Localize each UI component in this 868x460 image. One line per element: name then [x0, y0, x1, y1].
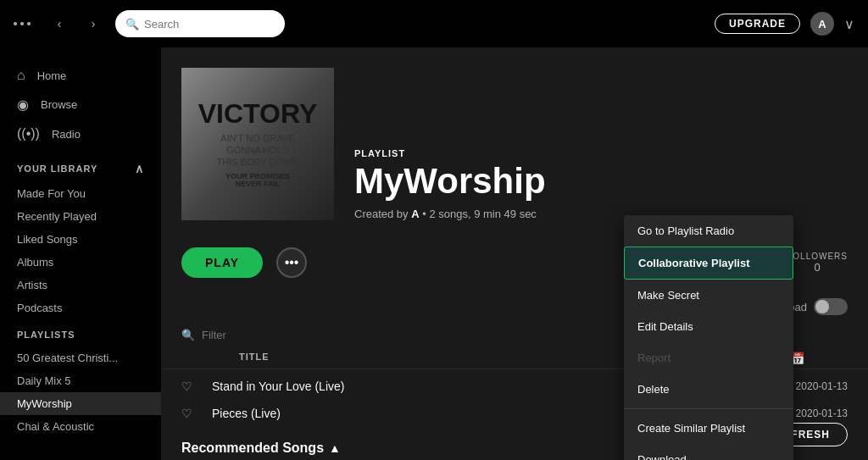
- cover-image: VICTORY AIN'T NO GRAVEGONNA HOLDTHIS BOD…: [181, 68, 334, 220]
- recommended-collapse-icon[interactable]: ▲: [329, 441, 341, 455]
- play-button[interactable]: PLAY: [181, 247, 263, 278]
- sidebar-item-home[interactable]: ⌂ Home: [0, 61, 161, 90]
- playlists-header: PLAYLISTS: [0, 319, 161, 346]
- songs-info: • 2 songs, 9 min 49 sec: [422, 208, 537, 220]
- download-toggle[interactable]: [814, 298, 848, 315]
- search-icon: 🔍: [125, 18, 139, 30]
- sidebar-playlist-daily-mix-5[interactable]: Daily Mix 5: [0, 369, 161, 392]
- nav-back-button[interactable]: ‹: [47, 12, 71, 36]
- context-menu-item-report: Report: [624, 342, 793, 374]
- ellipsis-icon: •••: [285, 255, 299, 270]
- context-menu-item-make-secret[interactable]: Make Secret: [624, 280, 793, 311]
- content-area: VICTORY AIN'T NO GRAVEGONNA HOLDTHIS BOD…: [161, 47, 868, 460]
- playlist-title: MyWorship: [354, 162, 848, 201]
- more-options-button[interactable]: •••: [276, 247, 307, 278]
- browse-icon: ◉: [17, 97, 29, 113]
- sidebar-item-browse[interactable]: ◉ Browse: [0, 90, 161, 119]
- main-layout: ⌂ Home ◉ Browse ((•)) Radio YOUR LIBRARY…: [0, 47, 868, 460]
- library-collapse-icon[interactable]: ∧: [135, 162, 144, 175]
- sidebar-item-artists[interactable]: Artists: [0, 274, 161, 297]
- sidebar-item-albums[interactable]: Albums: [0, 251, 161, 274]
- sidebar-item-liked-songs[interactable]: Liked Songs: [0, 228, 161, 251]
- filter-input[interactable]: [202, 329, 344, 341]
- radio-icon: ((•)): [17, 126, 40, 141]
- sidebar-item-label: Home: [37, 69, 67, 82]
- sidebar-playlist-myworship[interactable]: MyWorship: [0, 392, 161, 415]
- context-menu-item-download[interactable]: Download: [624, 444, 793, 460]
- sidebar-item-recently-played[interactable]: Recently Played: [0, 205, 161, 228]
- context-menu-divider: [624, 408, 793, 409]
- sidebar-item-made-for-you[interactable]: Made For You: [0, 182, 161, 205]
- context-menu-item-delete[interactable]: Delete: [624, 374, 793, 405]
- playlist-meta: PLAYLIST MyWorship Created by A • 2 song…: [354, 148, 848, 220]
- track-title-2: Pieces (Live): [212, 407, 576, 420]
- home-icon: ⌂: [17, 68, 25, 83]
- created-by-label: Created by: [354, 208, 409, 220]
- sidebar-item-label: Radio: [52, 128, 81, 141]
- playlist-type-label: PLAYLIST: [354, 148, 848, 158]
- playlist-header: VICTORY AIN'T NO GRAVEGONNA HOLDTHIS BOD…: [161, 47, 868, 234]
- top-bar: ‹ › 🔍 UPGRADE A ∨: [0, 0, 868, 47]
- avatar[interactable]: A: [810, 12, 834, 36]
- context-menu-item-create-similar[interactable]: Create Similar Playlist: [624, 413, 793, 444]
- sidebar-item-label: Browse: [41, 98, 77, 111]
- your-library-header: YOUR LIBRARY ∧: [0, 148, 161, 182]
- search-input[interactable]: [144, 18, 275, 30]
- top-right-actions: UPGRADE A ∨: [715, 12, 854, 36]
- like-button-track-2[interactable]: ♡: [181, 407, 212, 420]
- followers-count: 0: [787, 261, 848, 274]
- sidebar-playlist-50-greatest[interactable]: 50 Greatest Christi...: [0, 346, 161, 369]
- upgrade-button[interactable]: UPGRADE: [715, 14, 800, 34]
- sidebar-item-radio[interactable]: ((•)) Radio: [0, 119, 161, 148]
- followers-section: FOLLOWERS 0: [787, 252, 848, 274]
- creator-name: A: [411, 208, 419, 220]
- title-column-header: TITLE: [239, 352, 576, 365]
- track-title-1: Stand in Your Love (Live): [212, 380, 576, 393]
- like-button-track-1[interactable]: ♡: [181, 380, 212, 393]
- context-menu: Go to Playlist Radio Collaborative Playl…: [624, 215, 793, 460]
- sidebar-playlist-chai-acoustic[interactable]: Chai & Acoustic: [0, 415, 161, 438]
- playlist-cover: VICTORY AIN'T NO GRAVEGONNA HOLDTHIS BOD…: [181, 68, 334, 220]
- context-menu-item-playlist-radio[interactable]: Go to Playlist Radio: [624, 215, 793, 247]
- window-dots: [14, 22, 31, 25]
- sidebar: ⌂ Home ◉ Browse ((•)) Radio YOUR LIBRARY…: [0, 47, 161, 460]
- followers-label: FOLLOWERS: [787, 252, 848, 261]
- nav-forward-button[interactable]: ›: [81, 12, 105, 36]
- toggle-knob: [815, 300, 829, 313]
- sidebar-item-podcasts[interactable]: Podcasts: [0, 297, 161, 319]
- search-bar[interactable]: 🔍: [115, 10, 285, 37]
- context-menu-item-collaborative-playlist[interactable]: Collaborative Playlist: [624, 247, 793, 280]
- context-menu-item-edit-details[interactable]: Edit Details: [624, 311, 793, 342]
- chevron-down-icon[interactable]: ∨: [844, 16, 854, 32]
- filter-search-icon: 🔍: [181, 329, 195, 341]
